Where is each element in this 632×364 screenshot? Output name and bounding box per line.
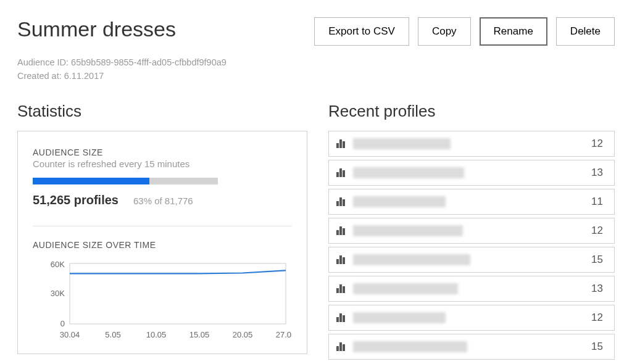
svg-text:10.05: 10.05 — [146, 330, 167, 339]
profile-count: 11 — [591, 196, 603, 208]
profile-id-obscured — [353, 254, 470, 265]
bar-chart-icon — [336, 313, 347, 322]
profile-id-obscured — [353, 196, 446, 207]
svg-text:15.05: 15.05 — [189, 330, 210, 339]
page-title: Summer dresses — [17, 17, 176, 41]
recent-profiles-heading: Recent profiles — [328, 102, 615, 121]
audience-size-subtitle: Counter is refreshed every 15 minutes — [33, 159, 292, 169]
bar-chart-icon — [336, 226, 347, 235]
svg-text:0: 0 — [60, 319, 65, 328]
created-at-value: 6.11.2017 — [64, 71, 104, 81]
bar-chart-icon — [336, 168, 347, 177]
svg-text:27.05: 27.05 — [276, 330, 292, 339]
svg-text:30K: 30K — [51, 289, 65, 298]
recent-profile-row[interactable]: 15 — [328, 247, 615, 273]
recent-profile-row[interactable]: 12 — [328, 131, 615, 157]
export-csv-button[interactable]: Export to CSV — [314, 17, 409, 46]
profile-count: 13 — [591, 283, 603, 295]
profile-count: 15 — [591, 254, 603, 266]
profile-count: 15 — [591, 341, 603, 353]
bar-chart-icon — [336, 139, 347, 148]
profile-id-obscured — [353, 167, 464, 178]
bar-chart-icon — [336, 255, 347, 264]
audience-id-value: 65b9b589-9855-4fff-ad05-cfbbdf9f90a9 — [71, 57, 227, 67]
audience-size-progress-fill — [33, 178, 149, 184]
audience-size-title: AUDIENCE SIZE — [33, 147, 292, 157]
profile-count: 12 — [591, 138, 603, 150]
recent-profile-row[interactable]: 15 — [328, 334, 615, 360]
audience-over-time-chart: 0 30K 60K 30.045.0510.0515.0520.0527.05 — [33, 259, 292, 345]
profile-id-obscured — [353, 312, 446, 323]
bar-chart-icon — [336, 284, 347, 293]
recent-profile-row[interactable]: 12 — [328, 305, 615, 331]
audience-size-percent: 63% of 81,776 — [133, 196, 193, 206]
svg-text:5.05: 5.05 — [105, 330, 120, 339]
audience-id-label: Audience ID: — [17, 57, 69, 67]
action-bar: Export to CSV Copy Rename Delete — [314, 17, 615, 46]
recent-profile-row[interactable]: 13 — [328, 276, 615, 302]
audience-size-progress — [33, 178, 218, 184]
created-at-label: Created at: — [17, 71, 62, 81]
recent-profile-row[interactable]: 12 — [328, 218, 615, 244]
bar-chart-icon — [336, 342, 347, 351]
copy-button[interactable]: Copy — [418, 17, 471, 46]
recent-profile-row[interactable]: 13 — [328, 160, 615, 186]
audience-over-time-title: AUDIENCE SIZE OVER TIME — [33, 240, 292, 250]
recent-profile-row[interactable]: 11 — [328, 189, 615, 215]
profile-id-obscured — [353, 225, 463, 236]
statistics-heading: Statistics — [17, 102, 307, 121]
profile-count: 12 — [591, 312, 603, 324]
recent-profiles-list: 1213111215131215 — [328, 131, 615, 360]
profile-count: 12 — [591, 225, 603, 237]
audience-meta: Audience ID: 65b9b589-9855-4fff-ad05-cfb… — [17, 56, 615, 83]
audience-size-value: 51,265 profiles — [33, 193, 118, 207]
statistics-panel: AUDIENCE SIZE Counter is refreshed every… — [17, 131, 307, 354]
profile-id-obscured — [353, 138, 451, 149]
rename-button[interactable]: Rename — [480, 17, 547, 46]
divider — [33, 226, 292, 226]
profile-id-obscured — [353, 341, 467, 352]
delete-button[interactable]: Delete — [556, 17, 615, 46]
svg-text:30.04: 30.04 — [60, 330, 80, 339]
svg-text:20.05: 20.05 — [233, 330, 253, 339]
svg-text:60K: 60K — [51, 260, 65, 269]
profile-id-obscured — [353, 283, 458, 294]
bar-chart-icon — [336, 197, 347, 206]
profile-count: 13 — [591, 167, 603, 179]
